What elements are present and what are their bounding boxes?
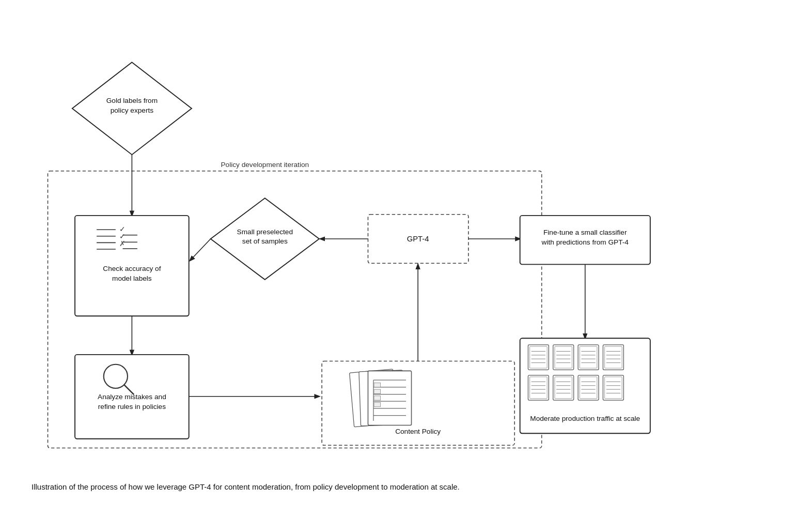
fine-tune-label1: Fine-tune a small classifier	[543, 229, 627, 236]
analyze-mistakes-label1: Analyze mistakes and	[98, 393, 166, 401]
svg-rect-80	[580, 377, 597, 399]
gpt4-label: GPT-4	[407, 235, 429, 243]
diagram-svg: Policy development iteration Gold labels…	[32, 24, 780, 472]
svg-rect-56	[580, 346, 597, 368]
fine-tune-label2: with predictions from GPT-4	[541, 238, 629, 246]
content-policy-label: Content Policy	[395, 428, 441, 435]
policy-iteration-label: Policy development iteration	[221, 161, 309, 169]
moderate-label: Moderate production traffic at scale	[530, 415, 640, 422]
svg-rect-39	[374, 402, 381, 406]
diagram-wrapper: Policy development iteration Gold labels…	[32, 24, 780, 493]
svg-text:✗: ✗	[119, 240, 126, 248]
gold-labels-text: Gold labels from	[106, 97, 158, 104]
gold-labels-text2: policy experts	[111, 107, 154, 114]
svg-rect-68	[530, 377, 548, 399]
svg-rect-74	[555, 377, 572, 399]
caption: Illustration of the process of how we le…	[32, 481, 780, 493]
svg-line-20	[190, 239, 211, 261]
svg-rect-37	[374, 389, 381, 393]
small-preselected-label2: set of samples	[242, 237, 288, 245]
svg-rect-86	[605, 377, 622, 399]
check-accuracy-label1: Check accuracy of	[103, 265, 161, 272]
check-accuracy-label2: model labels	[112, 275, 152, 282]
analyze-mistakes-label2: refine rules in policies	[98, 403, 166, 410]
svg-rect-50	[555, 346, 572, 368]
svg-rect-44	[530, 346, 548, 368]
small-preselected-label1: Small preselected	[237, 228, 293, 236]
svg-rect-36	[374, 383, 381, 387]
svg-rect-38	[374, 396, 381, 400]
svg-rect-62	[605, 346, 622, 368]
